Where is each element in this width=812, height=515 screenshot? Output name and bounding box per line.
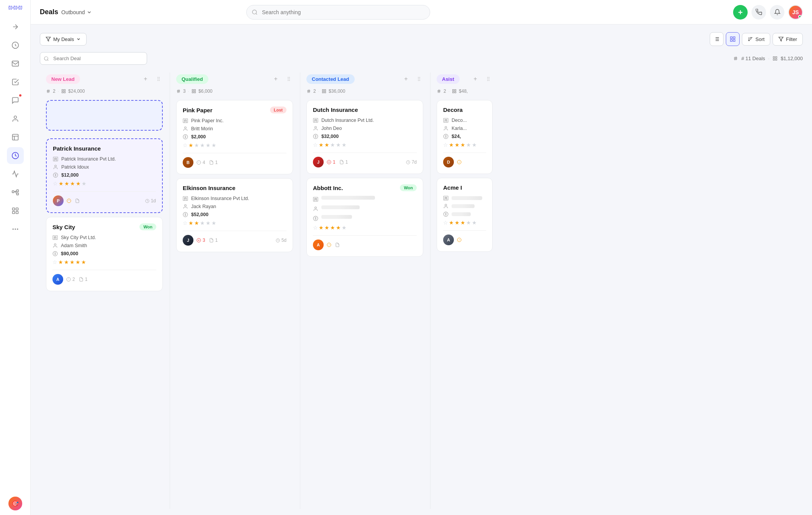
topbar-title: Deals: [40, 8, 58, 16]
app-logo[interactable]: [8, 5, 23, 14]
deal-amount: $1,12,000: [781, 56, 803, 61]
card-footer-acme: A: [443, 230, 486, 245]
svg-rect-103: [455, 90, 456, 91]
grid-icon-q: [192, 89, 196, 93]
card-company-row-dutch: Dutch Insurance Pvt Ltd.: [313, 118, 417, 123]
sidebar-item-apps[interactable]: [7, 202, 24, 219]
search-deal-input[interactable]: [40, 52, 147, 65]
kanban-col-new-lead: New Lead + 2 · $24,000: [40, 72, 170, 509]
sidebar-item-chat[interactable]: [7, 92, 24, 109]
deal-card-elkinson[interactable]: Elkinson Insurance Elkinson Insurance Pv…: [176, 178, 293, 252]
filter-action-icon: [778, 36, 784, 42]
topbar-subtitle-section[interactable]: Outbound: [61, 9, 92, 15]
svg-rect-60: [192, 90, 194, 91]
card-stars-row-pink-paper: ☆ ★ ★ ★ ★ ★: [183, 142, 286, 148]
svg-rect-61: [194, 90, 196, 91]
sidebar-item-campaigns[interactable]: [7, 166, 24, 182]
col-add-contacted-lead[interactable]: +: [401, 74, 411, 84]
stars-decora: ☆ ★ ★ ★ ★ ★: [443, 142, 477, 148]
skeleton-contact-abbott: [321, 205, 360, 209]
sidebar-item-workflows[interactable]: [7, 184, 24, 201]
doc-icon-dutch: [339, 160, 344, 164]
svg-point-93: [315, 207, 317, 209]
col-add-asist[interactable]: +: [470, 74, 480, 84]
deal-card-abbott[interactable]: Abbott Inc. Won: [306, 178, 423, 257]
svg-rect-42: [64, 92, 65, 93]
col-drag-contacted-lead[interactable]: [414, 74, 424, 84]
col-drag-new-lead[interactable]: [154, 74, 164, 84]
plus-icon: [737, 9, 744, 16]
deal-card-dutch[interactable]: Dutch Insurance Dutch Insurance Pvt Ltd.…: [306, 100, 423, 174]
svg-rect-30: [776, 57, 777, 58]
col-add-qualified[interactable]: +: [271, 74, 281, 84]
svg-point-77: [418, 80, 419, 81]
sidebar-item-email[interactable]: [7, 55, 24, 72]
deal-cards-asist: Decora Deco... Karla... $24,: [437, 100, 493, 509]
global-search-input[interactable]: [246, 5, 430, 20]
card-amount-row-pink-paper: $2,000: [183, 134, 286, 139]
svg-rect-25: [730, 39, 732, 41]
svg-point-96: [488, 77, 488, 77]
phone-button[interactable]: [751, 5, 766, 20]
grid-icon-cl: [322, 89, 326, 93]
sort-button[interactable]: Sort: [742, 33, 770, 46]
x-icon-dutch: [327, 160, 331, 164]
footer-left-pink-paper: B 4 1: [183, 157, 218, 168]
svg-point-21: [252, 10, 257, 14]
card-amount-row-acme: [443, 212, 486, 217]
deal-card-acme[interactable]: Acme I: [437, 178, 493, 252]
deal-card-decora[interactable]: Decora Deco... Karla... $24,: [437, 100, 493, 174]
hash-icon: [733, 56, 738, 61]
deal-card-patrick[interactable]: Patrick Insurance Patrick Insurance Pvt …: [46, 138, 163, 213]
building-icon-dutch: [313, 118, 318, 123]
person-icon-decora: [443, 126, 449, 131]
card-stars-row-acme: ☆ ★ ★ ★ ★ ★: [443, 220, 486, 226]
clock-icon-patrick: [145, 199, 149, 203]
sidebar-item-dashboard[interactable]: [7, 37, 24, 54]
svg-point-100: [489, 79, 489, 79]
svg-rect-7: [12, 61, 18, 66]
sidebar-item-reports[interactable]: [7, 129, 24, 146]
sidebar-item-more[interactable]: [7, 221, 24, 238]
skeleton-company-abbott: [321, 196, 375, 200]
skeleton-amount-abbott: [321, 215, 352, 219]
card-badge-sky-city: Won: [139, 223, 156, 230]
card-contact-row-sky-city: Adam Smith: [52, 243, 156, 248]
svg-point-76: [418, 79, 419, 79]
dollar-icon-elk: [183, 212, 188, 217]
separator: ·: [768, 56, 770, 61]
sidebar-item-tasks[interactable]: [7, 74, 24, 90]
col-drag-qualified[interactable]: [284, 74, 294, 84]
grid-view-button[interactable]: [726, 32, 740, 46]
footer-meta-sky-city: 2 1: [66, 277, 87, 282]
clock-icon-dutch: [406, 160, 410, 164]
list-view-button[interactable]: [710, 32, 724, 46]
col-tag-new-lead: New Lead: [46, 74, 80, 84]
sidebar-item-deals[interactable]: [7, 147, 24, 164]
sidebar-item-arrow[interactable]: [7, 18, 24, 35]
notifications-button[interactable]: [770, 5, 784, 20]
sort-label: Sort: [755, 36, 765, 42]
footer-avatar-pp: B: [183, 157, 193, 168]
col-stats-contacted-lead: 2 · $36,000: [306, 89, 424, 94]
my-deals-filter-button[interactable]: My Deals: [40, 33, 87, 46]
svg-rect-43: [53, 157, 58, 161]
svg-point-45: [55, 165, 57, 167]
deal-card-sky-city[interactable]: Sky City Won Sky City Pvt Ltd. Adam Smit…: [46, 217, 163, 291]
doc-count-patrick: [75, 198, 80, 203]
col-drag-asist[interactable]: [483, 74, 493, 84]
person-icon-pp: [183, 126, 188, 131]
deal-count: # 11 Deals: [741, 56, 765, 61]
hash-icon-cl: [306, 89, 311, 93]
skeleton-amount-acme: [452, 212, 471, 216]
col-add-new-lead[interactable]: +: [141, 74, 151, 84]
stars-elkinson: ☆ ★ ★ ★ ★ ★: [183, 220, 216, 226]
sidebar-item-contacts[interactable]: [7, 110, 24, 127]
filter-action-button[interactable]: Filter: [773, 33, 803, 46]
user-avatar-topbar[interactable]: JS: [788, 5, 803, 20]
footer-avatar-elk: J: [183, 235, 193, 246]
add-button[interactable]: [733, 5, 748, 20]
user-avatar-sidebar[interactable]: 🎯: [8, 497, 22, 510]
deal-card-pink-paper[interactable]: Pink Paper Lost Pink Paper Inc. Britt Mo…: [176, 100, 293, 174]
svg-point-59: [289, 80, 290, 81]
